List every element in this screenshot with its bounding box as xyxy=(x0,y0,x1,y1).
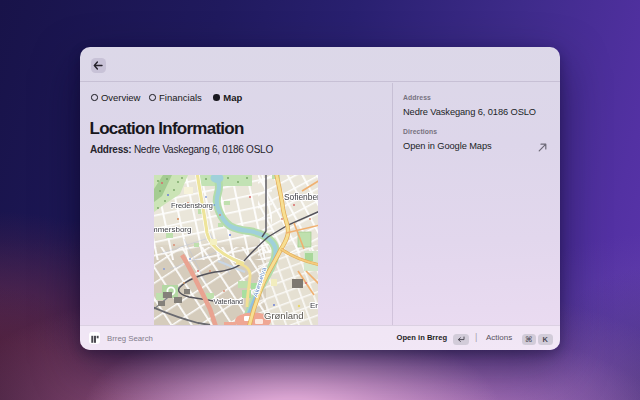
svg-text:Ener: Ener xyxy=(310,301,318,310)
svg-text:Sofienberg: Sofienberg xyxy=(284,192,318,202)
svg-text:Grønland: Grønland xyxy=(264,310,304,321)
svg-text:Fredensborg: Fredensborg xyxy=(171,201,213,210)
svg-text:Vaterland: Vaterland xyxy=(214,298,244,305)
svg-text:mmersborg: mmersborg xyxy=(154,225,191,234)
